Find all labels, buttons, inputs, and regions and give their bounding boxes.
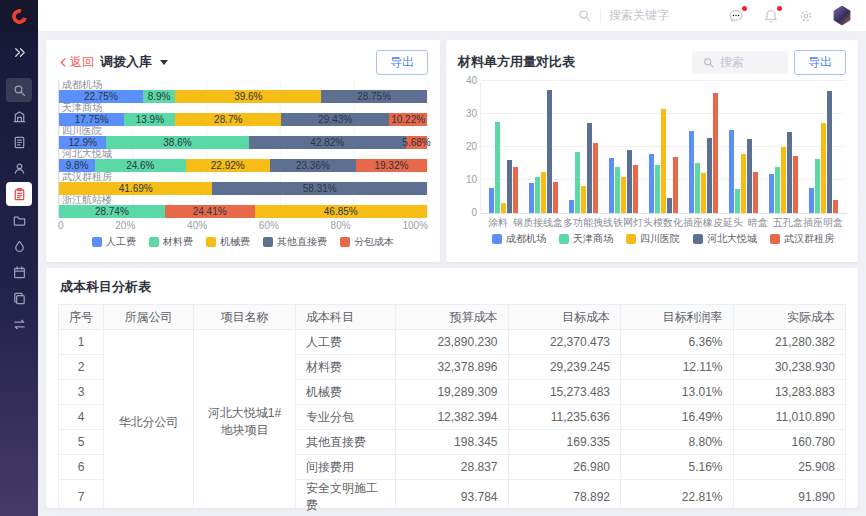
chevron-down-icon[interactable] [160,60,168,65]
bar [495,122,500,213]
column-header: 目标成本 [508,305,621,330]
bar-segment: 8.9% [143,90,176,103]
cell-target: 26.980 [508,455,621,480]
sidebar-item-document[interactable] [6,130,32,154]
export-button-right[interactable]: 导出 [794,50,846,75]
cell-no: 2 [59,355,104,380]
table-header-row: 序号所属公司项目名称成本科目预算成本目标成本目标利润率实际成本 [59,305,846,330]
legend-item[interactable]: 武汉群租房 [770,232,834,246]
gridline [481,80,846,81]
legend-label: 其他直接费 [277,235,327,249]
cell-actual: 91.890 [733,480,846,515]
legend-item[interactable]: 分包成本 [340,235,394,249]
x-category-label: 多功能拽线 [563,216,613,229]
grouped-chart-card: 材料单方用量对比表 搜索 导出 010203040 涂料钢质接线盒多功能拽线铁网… [446,40,858,262]
legend-item[interactable]: 材料费 [149,235,193,249]
stacked-chart-rows: 成都机场22.75%8.9%39.6%28.75%天津商场17.75%13.9%… [58,80,428,218]
divider [600,9,601,23]
bar [833,200,838,213]
cell-no: 5 [59,430,104,455]
sidebar-item-user[interactable] [6,156,32,180]
stacked-row-天津商场: 天津商场17.75%13.9%28.7%29.43%10.22% [59,103,427,126]
sidebar-item-clipboard[interactable] [6,182,32,206]
back-link[interactable]: 返回 [58,54,94,71]
bar-group-橡皮延头 [683,82,723,213]
drop-icon [12,239,27,254]
legend-swatch [206,237,216,247]
legend-item[interactable]: 天津商场 [559,232,613,246]
legend-label: 材料费 [163,235,193,249]
category-label: 天津商场 [62,103,427,113]
sidebar-item-building[interactable] [6,104,32,128]
bar [587,123,592,213]
cell-target: 22,370.473 [508,330,621,355]
legend-item[interactable]: 四川医院 [626,232,680,246]
category-label: 成都机场 [62,80,427,90]
search-icon [702,56,715,69]
bar [615,167,620,213]
legend-swatch [263,237,273,247]
bar [569,200,574,213]
y-tick: 40 [459,75,477,86]
sidebar-item-transfer[interactable] [6,312,32,336]
x-category-label: 五孔盒 [773,216,803,229]
sidebar-item-copy[interactable] [6,286,32,310]
x-tick: 60% [259,220,279,232]
user-icon [12,161,27,176]
legend-swatch [149,237,159,247]
cell-actual: 13,283.883 [733,380,846,405]
bar [633,165,638,214]
cell-budget: 198.345 [396,430,509,455]
calendar-icon [12,265,27,280]
export-button-left[interactable]: 导出 [376,50,428,75]
grouped-xaxis: 涂料钢质接线盒多功能拽线铁网灯头模数化插座橡皮延头暗盒五孔盒插座明盒 [480,216,846,229]
legend-item[interactable]: 机械费 [206,235,250,249]
legend-swatch [770,234,780,244]
bar [729,130,734,213]
legend-item[interactable]: 成都机场 [492,232,546,246]
sidebar-item-calendar[interactable] [6,260,32,284]
stacked-row-成都机场: 成都机场22.75%8.9%39.6%28.75% [59,80,427,103]
bar [701,173,706,213]
bell-icon[interactable] [762,7,780,25]
cell-subject: 间接费用 [296,455,396,480]
message-icon[interactable] [727,7,745,25]
sidebar-item-drop[interactable] [6,234,32,258]
gear-icon[interactable] [797,7,815,25]
sidebar [0,32,38,516]
copy-icon [12,291,27,306]
global-search[interactable]: 搜索关键字 [577,7,681,24]
bar [827,91,832,213]
bar [547,90,552,213]
bar-segment: 28.75% [321,90,427,103]
user-avatar[interactable] [832,6,852,26]
bar-group-暗盒 [723,82,763,213]
x-category-label: 插座明盒 [803,216,843,229]
legend-item[interactable]: 河北大悦城 [693,232,757,246]
app-logo[interactable] [0,0,38,32]
legend-item[interactable]: 人工费 [92,235,136,249]
chart-search-input[interactable]: 搜索 [692,51,788,74]
sidebar-item-expand[interactable] [6,40,32,64]
cell-subject: 材料费 [296,355,396,380]
bar [787,132,792,214]
x-tick: 100% [402,220,428,232]
category-label: 河北大悦城 [62,149,427,159]
column-header: 序号 [59,305,104,330]
top-row: 返回 调拨入库 导出 成都机场22.75%8.9%39.6%28.75%天津商场… [46,40,858,262]
sidebar-item-search[interactable] [6,78,32,102]
transfer-icon [12,317,27,332]
legend-label: 机械费 [220,235,250,249]
legend-swatch [492,234,502,244]
sidebar-item-folder[interactable] [6,208,32,232]
legend-swatch [693,234,703,244]
stacked-bar: 22.75%8.9%39.6%28.75% [59,90,427,103]
bar [501,203,506,213]
bar-segment: 42.82% [249,136,407,149]
cell-no: 3 [59,380,104,405]
bar [821,123,826,213]
clipboard-icon [12,187,27,202]
cost-analysis-table: 序号所属公司项目名称成本科目预算成本目标成本目标利润率实际成本 1华北分公司河北… [58,304,846,515]
legend-item[interactable]: 其他直接费 [263,235,327,249]
bar [809,188,814,213]
